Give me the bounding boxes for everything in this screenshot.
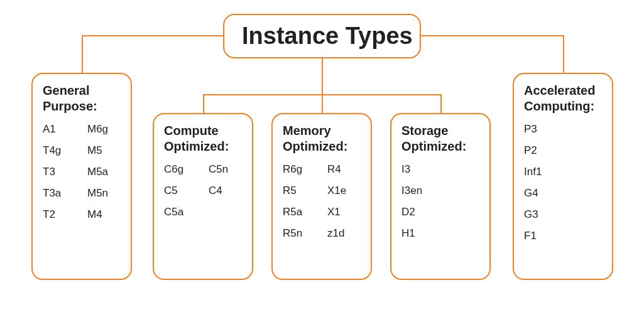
connector-v — [322, 94, 323, 113]
category-memory-optimized: Memory Optimized: R6g R4 R5 X1e R5a X1 R… — [271, 113, 372, 280]
category-accelerated-computing: Accelerated Computing: P3 P2 Inf1 G4 G3 … — [513, 73, 613, 280]
instance-type: T3 — [43, 166, 76, 178]
connector-h — [82, 35, 223, 36]
item-grid: A1 M6g T4g M5 T3 M5a T3a M5n T2 M4 — [43, 123, 121, 221]
instance-type: C5n — [209, 163, 242, 176]
instance-type: R6g — [283, 163, 316, 176]
instance-type: C4 — [209, 185, 242, 197]
instance-type: z1d — [327, 227, 361, 240]
instance-type: X1 — [327, 206, 361, 218]
instance-type: R5a — [283, 206, 316, 218]
instance-type: R4 — [327, 163, 361, 176]
instance-type: R5 — [283, 185, 316, 197]
instance-type: C5 — [164, 185, 197, 197]
title-line-2: Purpose: — [43, 99, 121, 114]
instance-type: C5a — [164, 206, 197, 218]
diagram-stage: { "root": { "title": "Instance Types" },… — [0, 0, 644, 322]
item-list: P3 P2 Inf1 G4 G3 F1 — [524, 123, 602, 242]
title-line-2: Computing: — [524, 99, 602, 114]
title-line-2: Optimized: — [164, 139, 242, 154]
item-grid: C6g C5n C5 C4 C5a — [164, 163, 242, 218]
instance-type: M6g — [87, 123, 121, 136]
instance-type: G4 — [524, 187, 602, 200]
connector-h — [421, 35, 564, 36]
title-line-2: Optimized: — [283, 139, 361, 154]
item-grid: R6g R4 R5 X1e R5a X1 R5n z1d — [283, 163, 361, 240]
item-list: I3 I3en D2 H1 — [401, 163, 479, 240]
instance-type: C6g — [164, 163, 197, 176]
instance-type: G3 — [524, 208, 602, 221]
category-general-purpose: General Purpose: A1 M6g T4g M5 T3 M5a T3… — [31, 73, 132, 280]
instance-type: I3en — [401, 185, 479, 197]
instance-type: H1 — [401, 227, 479, 240]
instance-type: M5n — [87, 187, 121, 200]
instance-type: A1 — [43, 123, 76, 136]
instance-type: T3a — [43, 187, 76, 200]
root-node: Instance Types — [223, 14, 421, 58]
instance-type: M5 — [87, 144, 121, 157]
instance-type: R5n — [283, 227, 316, 240]
category-title: General Purpose: — [43, 83, 121, 114]
connector-v — [563, 35, 564, 73]
category-title: Accelerated Computing: — [524, 83, 602, 114]
title-line-1: Compute — [164, 124, 219, 137]
instance-type: X1e — [327, 185, 361, 197]
connector-v — [440, 94, 442, 113]
instance-type: Inf1 — [524, 166, 602, 178]
instance-type: P2 — [524, 144, 602, 157]
title-line-1: Memory — [283, 124, 331, 137]
connector-v — [203, 94, 204, 113]
instance-type: T4g — [43, 144, 76, 157]
category-storage-optimized: Storage Optimized: I3 I3en D2 H1 — [390, 113, 491, 280]
instance-type: F1 — [524, 230, 602, 242]
instance-type: M4 — [87, 208, 121, 221]
instance-type: I3 — [401, 163, 479, 176]
title-line-1: Storage — [401, 124, 448, 137]
title-line-1: General — [43, 83, 89, 97]
instance-type: P3 — [524, 123, 602, 136]
root-title: Instance Types — [242, 23, 402, 50]
title-line-1: Accelerated — [524, 83, 595, 97]
connector-v — [82, 35, 83, 73]
category-compute-optimized: Compute Optimized: C6g C5n C5 C4 C5a — [153, 113, 253, 280]
instance-type: D2 — [401, 206, 479, 218]
title-line-2: Optimized: — [401, 139, 479, 154]
category-title: Compute Optimized: — [164, 123, 242, 154]
instance-type: T2 — [43, 208, 76, 221]
category-title: Memory Optimized: — [283, 123, 361, 154]
connector-v — [322, 58, 323, 94]
category-title: Storage Optimized: — [401, 123, 479, 154]
instance-type: M5a — [87, 166, 121, 178]
